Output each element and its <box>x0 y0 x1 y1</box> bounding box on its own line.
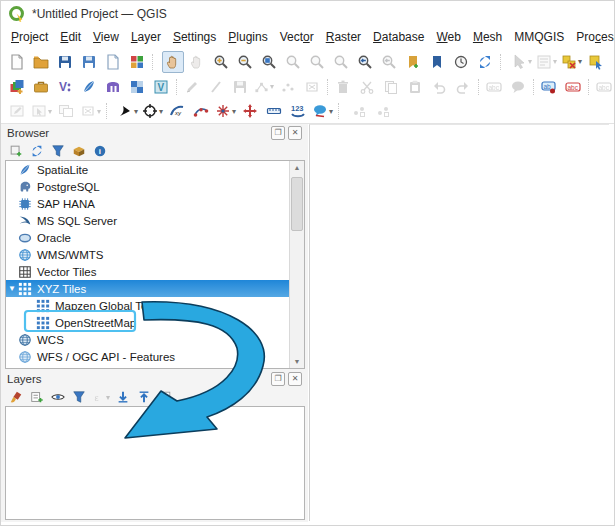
add-spatialite-layer-button[interactable] <box>78 76 100 98</box>
scroll-up-button[interactable]: ▲ <box>290 161 304 174</box>
menu-settings[interactable]: Settings <box>167 28 222 46</box>
open-data-source-manager-button[interactable] <box>6 76 28 98</box>
add-mesh-layer-button[interactable] <box>102 76 124 98</box>
filter-by-expression-dropdown[interactable]: ▾ <box>106 393 110 402</box>
browser-item-xyz-tiles[interactable]: ▼XYZ Tiles <box>6 280 304 297</box>
refresh-map-button[interactable] <box>474 51 496 73</box>
new-project-button[interactable] <box>6 51 28 73</box>
menu-database[interactable]: Database <box>367 28 430 46</box>
save-project-as-button[interactable] <box>78 51 100 73</box>
menu-web[interactable]: Web <box>430 28 466 46</box>
browser-scrollbar[interactable]: ▲ ▼ <box>289 161 304 368</box>
browser-item-wms-wmts[interactable]: WMS/WMTS <box>6 246 304 263</box>
show-layout-manager-button[interactable] <box>126 51 148 73</box>
zoom-in-button[interactable] <box>210 51 232 73</box>
select-by-location-button[interactable] <box>585 51 607 73</box>
save-layer-edits-icon <box>232 79 248 95</box>
geometry-tool-dropdown[interactable]: ▾ <box>97 107 101 116</box>
scrollbar-thumb[interactable] <box>291 177 303 231</box>
add-raster-layer-button[interactable] <box>126 76 148 98</box>
new-print-layout-button[interactable] <box>102 51 124 73</box>
map-tips-dropdown[interactable]: ▾ <box>329 107 333 116</box>
refresh-map-icon <box>477 54 493 70</box>
layers-float-button[interactable]: ❐ <box>271 372 285 386</box>
pin-unpin-labels-button[interactable] <box>562 76 584 98</box>
browser-item-ms-sql-server[interactable]: MS SQL Server <box>6 212 304 229</box>
browser-item-arcgis-rest-servers[interactable]: ArcGIS REST Servers <box>6 365 304 369</box>
browser-item-oracle[interactable]: Oracle <box>6 229 304 246</box>
browser-item-postgresql[interactable]: PostgreSQL <box>6 178 304 195</box>
add-selected-layers-button[interactable] <box>6 142 25 161</box>
add-group-button[interactable] <box>27 388 46 407</box>
map-select-tool-dropdown[interactable]: ▾ <box>48 107 52 116</box>
expand-arrow-icon[interactable]: ▼ <box>6 284 18 293</box>
refresh-browser-button[interactable] <box>27 142 46 161</box>
filter-legend-button[interactable] <box>69 388 88 407</box>
select-features-dropdown[interactable]: ▾ <box>528 57 532 66</box>
layers-list[interactable] <box>5 406 305 520</box>
open-project-button[interactable] <box>30 51 52 73</box>
manage-map-themes-button[interactable] <box>48 388 67 407</box>
gps-tool-button[interactable]: ▾ <box>141 100 164 122</box>
menu-mesh[interactable]: Mesh <box>467 28 508 46</box>
new-annotation-button[interactable]: ▾ <box>116 100 139 122</box>
browser-item-spatialite[interactable]: SpatiaLite <box>6 161 304 178</box>
measure-line-button[interactable] <box>263 100 285 122</box>
menu-layer[interactable]: Layer <box>125 28 167 46</box>
remove-layer-button[interactable] <box>155 388 174 407</box>
browser-item-wcs[interactable]: WCS <box>6 331 304 348</box>
menu-edit[interactable]: Edit <box>54 28 87 46</box>
menu-mmqgis[interactable]: MMQGIS <box>508 28 570 46</box>
layer-labeling-options-button[interactable] <box>538 76 560 98</box>
map-canvas[interactable] <box>309 124 609 521</box>
gps-tool-dropdown[interactable]: ▾ <box>159 107 163 116</box>
zoom-out-button[interactable] <box>234 51 256 73</box>
browser-item-wfs-ogc-api-features[interactable]: WFS / OGC API - Features <box>6 348 304 365</box>
show-spatial-bookmarks-button[interactable] <box>426 51 448 73</box>
menu-raster[interactable]: Raster <box>320 28 367 46</box>
zoom-last-button[interactable] <box>354 51 376 73</box>
pan-map-button[interactable] <box>162 51 184 73</box>
toolbar-project-navigation: ▾▾▾ <box>1 49 614 74</box>
digitize-with-curve-button[interactable] <box>190 100 212 122</box>
browser-item-vector-tiles[interactable]: Vector Tiles <box>6 263 304 280</box>
browser-float-button[interactable]: ❐ <box>271 126 285 140</box>
properties-widget-button[interactable] <box>90 142 109 161</box>
layers-close-button[interactable]: ✕ <box>288 372 302 386</box>
snapping-tool-icon <box>215 103 231 119</box>
snapping-tool-dropdown[interactable]: ▾ <box>232 107 236 116</box>
menu-view[interactable]: View <box>87 28 125 46</box>
filter-browser-button[interactable] <box>48 142 67 161</box>
scroll-down-button[interactable]: ▼ <box>290 355 304 368</box>
select-by-expression-dropdown[interactable]: ▾ <box>553 57 557 66</box>
zoom-full-extent-button[interactable] <box>258 51 280 73</box>
browser-item-openstreetmap[interactable]: OpenStreetMap <box>6 314 304 331</box>
deselect-features-button[interactable]: ▾ <box>560 51 583 73</box>
move-feature-button[interactable] <box>239 100 261 122</box>
browser-close-button[interactable]: ✕ <box>288 126 302 140</box>
map-tips-button[interactable]: ▾ <box>311 100 334 122</box>
new-annotation-dropdown[interactable]: ▾ <box>134 107 138 116</box>
menu-processing[interactable]: Processing <box>570 28 615 46</box>
collapse-all-layers-button[interactable] <box>134 388 153 407</box>
digitize-with-segment-dropdown[interactable]: ▾ <box>270 82 274 91</box>
new-spatial-bookmark-button[interactable] <box>402 51 424 73</box>
open-layer-styling-button[interactable] <box>6 388 25 407</box>
expand-all-button[interactable] <box>113 388 132 407</box>
add-vector-layer-button[interactable] <box>30 76 52 98</box>
coordinate-capture-button[interactable] <box>166 100 188 122</box>
add-delimited-text-layer-button[interactable] <box>54 76 76 98</box>
layers-panel-title: Layers <box>7 373 42 385</box>
browser-item-sap-hana[interactable]: SAP HANA <box>6 195 304 212</box>
menu-project[interactable]: Project <box>5 28 54 46</box>
save-project-button[interactable] <box>54 51 76 73</box>
deselect-features-dropdown[interactable]: ▾ <box>578 57 582 66</box>
temporal-controller-button[interactable] <box>450 51 472 73</box>
collapse-all-button[interactable] <box>69 142 88 161</box>
browser-item-mapzen-global-terrain[interactable]: Mapzen Global Terrain <box>6 297 304 314</box>
menu-plugins[interactable]: Plugins <box>222 28 273 46</box>
statistical-summary-button[interactable] <box>287 100 309 122</box>
snapping-tool-button[interactable]: ▾ <box>214 100 237 122</box>
add-vector-tile-layer-button[interactable] <box>150 76 172 98</box>
menu-vector[interactable]: Vector <box>274 28 320 46</box>
